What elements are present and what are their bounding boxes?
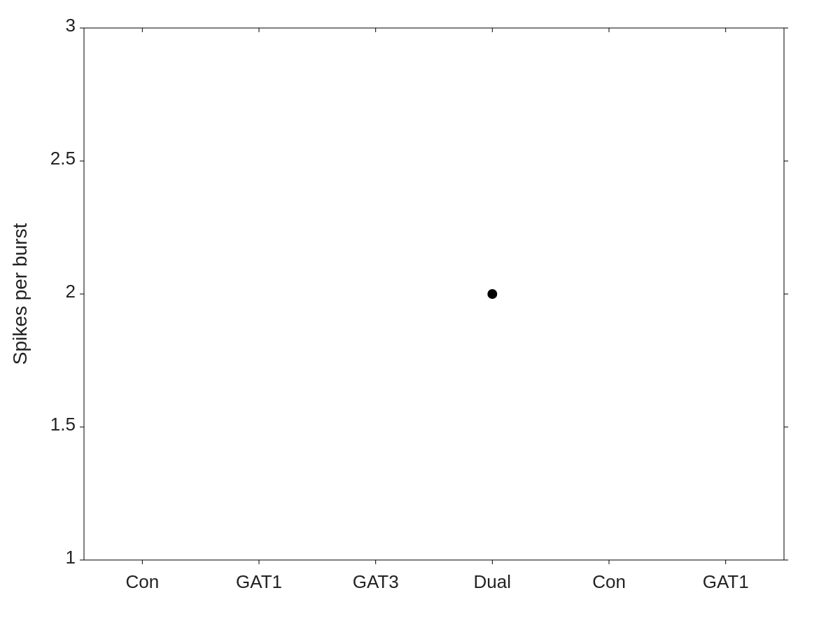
chart-container: 11.522.53ConGAT1GAT3DualConGAT1Spikes pe… bbox=[0, 0, 840, 630]
svg-text:1.5: 1.5 bbox=[50, 414, 76, 435]
svg-text:Dual: Dual bbox=[474, 571, 511, 592]
data-point bbox=[487, 289, 497, 299]
svg-text:1: 1 bbox=[66, 547, 76, 568]
svg-text:3: 3 bbox=[66, 15, 76, 36]
svg-text:2.5: 2.5 bbox=[50, 148, 76, 169]
svg-text:GAT1: GAT1 bbox=[236, 571, 282, 592]
svg-text:2: 2 bbox=[66, 281, 76, 302]
svg-text:GAT3: GAT3 bbox=[353, 571, 399, 592]
svg-text:GAT1: GAT1 bbox=[703, 571, 749, 592]
svg-text:Con: Con bbox=[125, 571, 159, 592]
chart-svg: 11.522.53ConGAT1GAT3DualConGAT1Spikes pe… bbox=[0, 0, 840, 630]
svg-text:Spikes per burst: Spikes per burst bbox=[9, 223, 31, 365]
svg-text:Con: Con bbox=[592, 571, 626, 592]
